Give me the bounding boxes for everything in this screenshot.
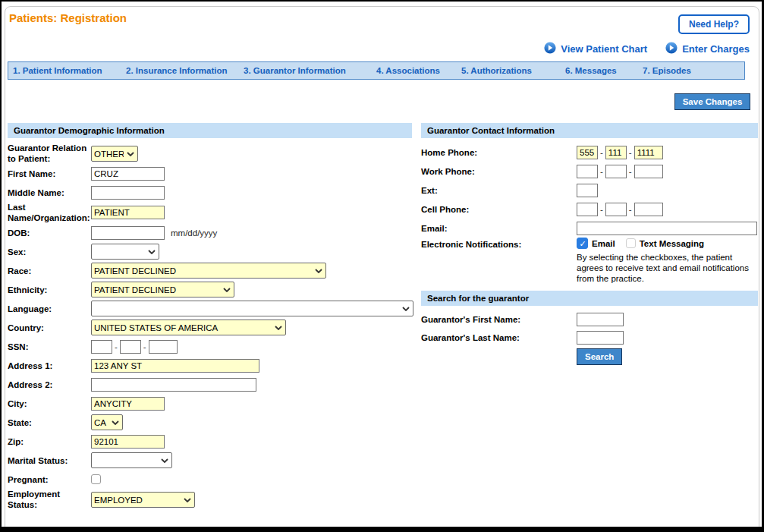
zip-input[interactable] (91, 435, 165, 449)
ssn-part1-input[interactable] (91, 340, 112, 354)
relation-label: Guarantor Relation to Patient: (8, 143, 91, 164)
electronic-notifications-row: Electronic Notifications: Email Text Mes… (421, 238, 758, 284)
tab-messages[interactable]: 6. Messages (565, 62, 617, 79)
guarantor-first-name-row: Guarantor's First Name: (421, 310, 758, 329)
pregnant-row: Pregnant: (8, 470, 413, 489)
view-patient-chart-link[interactable]: View Patient Chart (544, 42, 647, 56)
electronic-notifications-label: Electronic Notifications: (421, 238, 577, 250)
cell-phone-area-input[interactable] (577, 203, 598, 216)
email-notifications-checkbox[interactable] (577, 238, 588, 249)
address2-label: Address 2: (8, 379, 91, 390)
employment-status-select[interactable]: EMPLOYED (92, 493, 194, 507)
home-phone-prefix-input[interactable] (605, 146, 627, 159)
search-button-row: Search (421, 347, 758, 365)
enter-charges-link[interactable]: Enter Charges (665, 42, 750, 56)
country-select[interactable]: UNITED STATES OF AMERICA (92, 321, 285, 335)
email-input[interactable] (577, 222, 757, 235)
language-row: Language: (8, 299, 413, 318)
work-phone-row: Work Phone: -- (421, 162, 758, 181)
race-label: Race: (8, 266, 91, 276)
first-name-row: First Name: (8, 164, 413, 183)
employment-status-row: Employment Status: EMPLOYED (8, 489, 413, 510)
home-phone-label: Home Phone: (421, 147, 577, 158)
registration-tab-bar: 1. Patient Information 2. Insurance Info… (8, 61, 745, 80)
address2-input[interactable] (91, 378, 256, 392)
address1-input[interactable] (91, 359, 259, 373)
home-phone-line-input[interactable] (634, 146, 663, 159)
state-select[interactable]: CA (92, 416, 122, 430)
dash-separator: - (115, 342, 118, 351)
ethnicity-label: Ethnicity: (8, 285, 91, 295)
marital-status-label: Marital Status: (8, 455, 91, 466)
dash-separator: - (600, 205, 603, 214)
city-input[interactable] (91, 397, 165, 411)
country-row: Country: UNITED STATES OF AMERICA (8, 318, 413, 337)
state-label: State: (8, 417, 91, 428)
text-messaging-checkbox-label: Text Messaging (640, 239, 704, 248)
text-messaging-checkbox[interactable] (626, 238, 636, 248)
tab-authorizations[interactable]: 5. Authorizations (461, 62, 532, 79)
tab-insurance-information[interactable]: 2. Insurance Information (126, 62, 228, 79)
last-name-row: Last Name/Organization: (8, 202, 413, 223)
dash-separator: - (629, 148, 632, 157)
play-icon (544, 42, 556, 56)
notifications-disclaimer: By selecting the checkboxes, the patient… (577, 252, 760, 284)
cell-phone-row: Cell Phone: -- (421, 200, 758, 219)
dob-row: DOB: mm/dd/yyyy (8, 223, 413, 242)
language-select[interactable] (92, 302, 413, 316)
need-help-button[interactable]: Need Help? (678, 14, 750, 34)
sex-row: Sex: (8, 242, 413, 261)
work-phone-area-input[interactable] (577, 165, 598, 178)
home-phone-area-input[interactable] (577, 146, 598, 159)
middle-name-row: Middle Name: (8, 183, 413, 202)
marital-status-select[interactable] (92, 454, 171, 468)
dash-separator: - (600, 148, 603, 157)
guarantor-demographic-section: Guarantor Demographic Information Guaran… (8, 123, 413, 510)
ssn-part3-input[interactable] (149, 340, 178, 354)
employment-status-label: Employment Status: (8, 489, 91, 510)
work-phone-prefix-input[interactable] (605, 165, 627, 178)
tab-patient-information[interactable]: 1. Patient Information (13, 62, 102, 79)
pregnant-label: Pregnant: (8, 474, 91, 485)
dash-separator: - (143, 342, 146, 351)
city-label: City: (8, 398, 91, 409)
cell-phone-line-input[interactable] (634, 203, 663, 216)
tab-episodes[interactable]: 7. Episodes (643, 62, 691, 79)
last-name-input[interactable] (91, 206, 165, 219)
sex-select[interactable] (92, 245, 159, 260)
tab-guarantor-information[interactable]: 3. Guarantor Information (244, 62, 346, 79)
relation-row: Guarantor Relation to Patient: OTHER (8, 143, 413, 164)
search-button[interactable]: Search (577, 348, 622, 365)
city-row: City: (8, 394, 413, 413)
middle-name-input[interactable] (91, 186, 165, 200)
guarantor-last-name-input[interactable] (577, 331, 624, 345)
work-phone-line-input[interactable] (634, 165, 663, 178)
dash-separator: - (629, 167, 632, 176)
save-changes-button[interactable]: Save Changes (674, 93, 750, 110)
view-patient-chart-label: View Patient Chart (561, 43, 647, 55)
address1-label: Address 1: (8, 360, 91, 371)
first-name-label: First Name: (8, 168, 91, 179)
ethnicity-select[interactable]: PATIENT DECLINED (92, 283, 234, 297)
guarantor-first-name-input[interactable] (577, 313, 624, 326)
tab-associations[interactable]: 4. Associations (376, 62, 440, 79)
pregnant-checkbox[interactable] (91, 474, 101, 484)
first-name-input[interactable] (91, 167, 165, 181)
race-select[interactable]: PATIENT DECLINED (92, 264, 325, 279)
ssn-label: SSN: (8, 342, 91, 352)
cell-phone-prefix-input[interactable] (605, 203, 627, 216)
ssn-part2-input[interactable] (120, 340, 141, 354)
ext-label: Ext: (421, 185, 577, 196)
relation-select[interactable]: OTHER (92, 146, 137, 161)
address2-row: Address 2: (8, 375, 413, 394)
dob-input[interactable] (91, 226, 165, 240)
last-name-label: Last Name/Organization: (8, 202, 91, 223)
email-label: Email: (421, 223, 577, 234)
guarantor-search-section: Search for the guarantor Guarantor's Fir… (421, 291, 758, 365)
middle-name-label: Middle Name: (8, 187, 91, 198)
play-icon (665, 42, 678, 56)
ext-input[interactable] (577, 184, 598, 197)
sex-label: Sex: (8, 247, 91, 257)
dash-separator: - (629, 205, 632, 214)
action-links: View Patient Chart Enter Charges (544, 42, 750, 56)
